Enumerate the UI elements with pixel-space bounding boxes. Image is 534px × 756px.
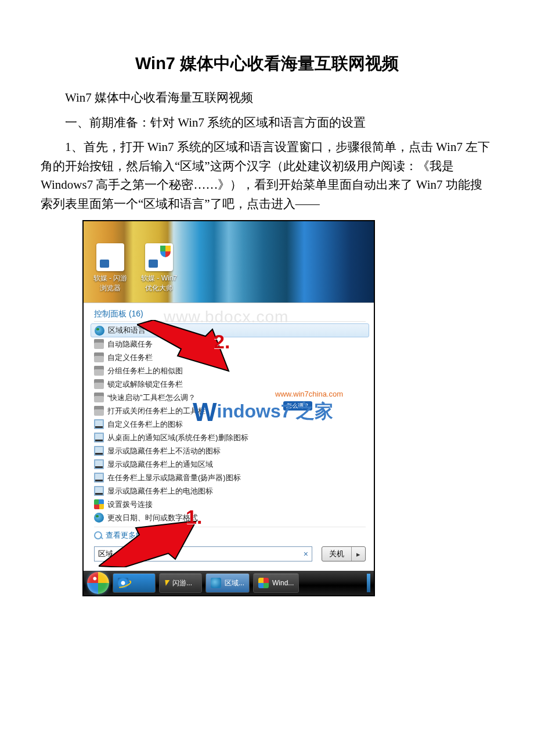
search-result-label: 从桌面上的通知区域(系统任务栏)删除图标 [107,433,248,443]
taskbar-edge [367,574,370,592]
chevron-right-icon[interactable]: ▸ [351,547,365,561]
control-panel-header: 控制面板 (16) www.bdocx.com [94,309,366,322]
net-icon [94,499,104,509]
taskbar-item[interactable]: 区域... [205,573,250,593]
mon-icon [94,473,104,483]
task-icon [94,379,104,389]
annotation-arrow-1: 1. [99,521,197,567]
taskbar-item-label: 闪游... [172,578,192,588]
search-result-item[interactable]: 设置拨号连接 [94,498,366,511]
tooltip-bubble: 怎么调？ [283,401,312,411]
app-icon [96,243,124,271]
search-result-label: 显示或隐藏任务栏上的通知区域 [107,459,213,470]
task-icon [94,339,104,349]
taskbar-item-label: Wind... [272,579,294,587]
search-result-item[interactable]: 显示或隐藏任务栏上不活动的图标 [94,444,366,458]
search-result-label: 自定义任务栏上的图标 [107,419,183,430]
search-result-item[interactable]: 显示或隐藏任务栏上的通知区域 [94,458,366,471]
search-result-label: “快速启动”工具栏怎么调？ [107,393,196,403]
search-result-item[interactable]: 显示或隐藏任务栏上的电池图标 [94,484,366,498]
task-icon [94,352,104,362]
search-result-item[interactable]: 从桌面上的通知区域(系统任务栏)删除图标 [94,431,366,444]
windows-flag-icon [258,578,269,588]
desktop-icon-label: 软媒 - 闪游 浏览器 [89,273,131,293]
search-result-label: 设置拨号连接 [107,499,153,510]
clear-icon[interactable]: × [304,549,308,559]
desktop-icon-optimizer[interactable]: 软媒 - Win7 优化大师 [138,243,180,293]
start-orb-button[interactable] [87,572,109,594]
shutdown-label: 关机 [322,547,351,561]
mon-icon [94,459,104,469]
desktop-icon-label: 软媒 - Win7 优化大师 [138,273,180,293]
search-result-label: 锁定或解除锁定任务栏 [107,379,183,390]
paragraph-2: 一、前期准备：针对 Win7 系统的区域和语言方面的设置 [41,113,493,132]
task-icon [94,366,104,376]
search-result-label: 显示或隐藏任务栏上的电池图标 [107,486,213,496]
taskbar-item[interactable]: 闪游... [159,573,202,593]
search-result-item[interactable]: 在任务栏上显示或隐藏音量(扬声器)图标 [94,471,366,484]
search-result-label: 在任务栏上显示或隐藏音量(扬声器)图标 [107,473,241,483]
paragraph-3: 1、首先，打开 Win7 系统的区域和语言设置窗口，步骤很简单，点击 Win7 … [41,138,493,213]
task-icon [94,393,104,402]
globe-icon [95,326,104,336]
search-result-item[interactable]: 分组任务栏上的相似图 [94,364,366,377]
paragraph-1: Win7 媒体中心收看海量互联网视频 [41,88,493,107]
ie-icon [118,578,128,588]
mon-icon [94,486,104,496]
svg-marker-0 [99,521,196,567]
globe-icon [211,578,221,588]
desktop-background: 软媒 - 闪游 浏览器 软媒 - Win7 优化大师 [84,221,374,303]
bolt-icon [164,580,170,586]
search-result-item[interactable]: 自定义任务栏上的图标 [94,417,366,431]
search-results-list: 区域和语言自动隐藏任务自定义任务栏分组任务栏上的相似图锁定或解除锁定任务栏“快速… [94,323,366,524]
article-title: Win7 媒体中心收看海量互联网视频 [41,52,493,75]
search-result-item[interactable]: 打开或关闭任务栏上的工具栏 [94,404,366,417]
mon-icon [94,446,104,456]
taskbar-item[interactable]: Wind... [253,573,299,593]
desktop-icon-browser[interactable]: 软媒 - 闪游 浏览器 [89,243,131,293]
search-result-item[interactable]: 锁定或解除锁定任务栏 [94,377,366,391]
task-icon [94,406,104,416]
watermark-url: www.win7china.com [275,390,343,398]
annotation-arrow-2: 2. [137,320,230,372]
taskbar: 闪游... 区域... Wind... [84,571,374,595]
annotation-label-1: 1. [186,506,202,528]
embedded-screenshot: 软媒 - 闪游 浏览器 软媒 - Win7 优化大师 控制面板 (16) www… [82,220,375,596]
annotation-label-2: 2. [214,330,230,353]
shutdown-button[interactable]: 关机 ▸ [322,546,366,561]
taskbar-item-label: 区域... [225,578,244,588]
search-result-label: 显示或隐藏任务栏上不活动的图标 [107,446,221,456]
app-icon [145,243,173,271]
taskbar-ie-button[interactable] [113,573,156,593]
mon-icon [94,433,104,442]
mon-icon [94,419,104,429]
search-result-label: 打开或关闭任务栏上的工具栏 [107,406,205,416]
